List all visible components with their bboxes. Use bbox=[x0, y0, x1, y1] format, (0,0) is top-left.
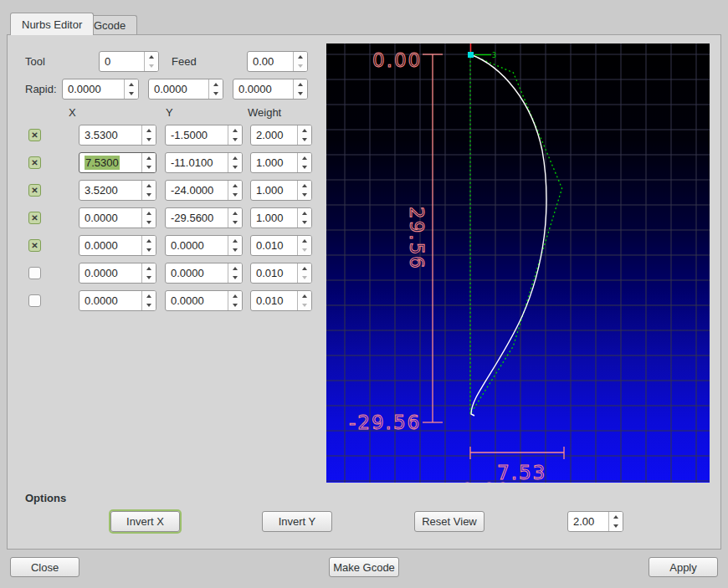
rapid-x-value[interactable]: 0.0000 bbox=[63, 79, 124, 99]
spin-down-icon[interactable] bbox=[228, 218, 242, 228]
point-weight-value[interactable]: 0.010 bbox=[251, 236, 297, 255]
point-weight-spinbox[interactable]: 0.010 bbox=[250, 235, 312, 256]
point-weight-value[interactable]: 0.010 bbox=[251, 263, 297, 283]
point-y-value[interactable]: -11.0100 bbox=[166, 153, 228, 172]
point-y-spinbox[interactable]: 0.0000 bbox=[165, 263, 243, 284]
point-y-spinbox[interactable]: -24.0000 bbox=[165, 180, 243, 201]
spin-up-icon[interactable] bbox=[298, 153, 311, 163]
spin-down-icon[interactable] bbox=[142, 218, 156, 228]
spin-up-icon[interactable] bbox=[298, 291, 311, 301]
point-enabled-checkbox[interactable] bbox=[28, 294, 41, 307]
spin-down-icon[interactable] bbox=[294, 89, 307, 100]
spin-down-icon[interactable] bbox=[228, 135, 242, 146]
point-enabled-checkbox[interactable] bbox=[28, 267, 41, 279]
point-weight-value[interactable]: 1.000 bbox=[251, 181, 297, 200]
spin-down-icon[interactable] bbox=[142, 163, 156, 173]
point-x-spinbox[interactable]: 0.0000 bbox=[79, 235, 156, 256]
point-x-value[interactable]: 7.5300 bbox=[79, 153, 141, 172]
point-weight-value[interactable]: 2.000 bbox=[251, 125, 297, 145]
spin-up-icon[interactable] bbox=[125, 79, 138, 89]
spin-up-icon[interactable] bbox=[298, 263, 311, 274]
zoom-value[interactable]: 2.00 bbox=[568, 512, 608, 531]
spin-up-icon[interactable] bbox=[294, 52, 307, 62]
point-y-value[interactable]: 0.0000 bbox=[166, 291, 228, 310]
point-x-value[interactable]: 0.0000 bbox=[79, 263, 141, 283]
point-y-spinbox[interactable]: -1.5000 bbox=[165, 125, 243, 146]
preview-plot[interactable]: 0.00 29.56 -29.56 7.53 0.00 3 bbox=[326, 43, 710, 483]
point-y-spinbox[interactable]: 0.0000 bbox=[165, 290, 243, 311]
point-x-value[interactable]: 0.0000 bbox=[79, 208, 141, 228]
spin-up-icon[interactable] bbox=[228, 125, 242, 135]
point-y-value[interactable]: 0.0000 bbox=[166, 236, 228, 255]
feed-spinbox[interactable]: 0.00 bbox=[247, 51, 308, 72]
spin-down-icon[interactable] bbox=[125, 89, 138, 100]
rapid-z-value[interactable]: 0.0000 bbox=[233, 79, 293, 99]
point-x-spinbox[interactable]: 0.0000 bbox=[79, 263, 156, 284]
spin-down-icon[interactable] bbox=[142, 274, 156, 284]
spin-up-icon[interactable] bbox=[142, 208, 156, 218]
spin-down-icon[interactable] bbox=[298, 246, 311, 256]
point-y-value[interactable]: -29.5600 bbox=[166, 208, 228, 228]
reset-view-button[interactable]: Reset View bbox=[414, 511, 484, 532]
point-enabled-checkbox[interactable] bbox=[28, 129, 41, 141]
point-weight-value[interactable]: 1.000 bbox=[251, 153, 297, 172]
point-weight-spinbox[interactable]: 1.000 bbox=[250, 180, 312, 201]
point-x-value[interactable]: 0.0000 bbox=[79, 236, 141, 255]
spin-down-icon[interactable] bbox=[298, 163, 311, 173]
spin-down-icon[interactable] bbox=[145, 62, 158, 72]
make-gcode-button[interactable]: Make Gcode bbox=[329, 557, 399, 577]
spin-up-icon[interactable] bbox=[209, 79, 223, 89]
rapid-y-spinbox[interactable]: 0.0000 bbox=[148, 79, 223, 100]
spin-up-icon[interactable] bbox=[142, 181, 156, 191]
spin-down-icon[interactable] bbox=[142, 301, 156, 311]
point-weight-value[interactable]: 0.010 bbox=[251, 291, 297, 310]
spin-down-icon[interactable] bbox=[298, 274, 311, 284]
point-weight-spinbox[interactable]: 1.000 bbox=[250, 152, 312, 173]
point-weight-spinbox[interactable]: 0.010 bbox=[250, 263, 312, 284]
point-x-value[interactable]: 3.5200 bbox=[79, 181, 141, 200]
spin-up-icon[interactable] bbox=[142, 125, 156, 135]
spin-up-icon[interactable] bbox=[142, 291, 156, 301]
spin-up-icon[interactable] bbox=[298, 125, 311, 135]
zoom-spinbox[interactable]: 2.00 bbox=[567, 511, 623, 532]
spin-up-icon[interactable] bbox=[609, 512, 623, 522]
spin-up-icon[interactable] bbox=[228, 236, 242, 246]
spin-up-icon[interactable] bbox=[228, 181, 242, 191]
spin-up-icon[interactable] bbox=[145, 52, 158, 62]
point-x-spinbox[interactable]: 3.5300 bbox=[79, 125, 156, 146]
point-x-spinbox[interactable]: 0.0000 bbox=[79, 290, 156, 311]
point-x-value[interactable]: 3.5300 bbox=[79, 125, 141, 145]
point-x-spinbox[interactable]: 7.5300 bbox=[79, 152, 156, 173]
point-y-value[interactable]: -24.0000 bbox=[166, 181, 228, 200]
point-weight-spinbox[interactable]: 0.010 bbox=[250, 290, 312, 311]
spin-down-icon[interactable] bbox=[298, 218, 311, 228]
point-x-spinbox[interactable]: 3.5200 bbox=[79, 180, 156, 201]
spin-up-icon[interactable] bbox=[294, 79, 307, 89]
spin-down-icon[interactable] bbox=[298, 135, 311, 146]
close-button[interactable]: Close bbox=[10, 557, 79, 577]
point-y-spinbox[interactable]: -11.0100 bbox=[165, 152, 243, 173]
spin-down-icon[interactable] bbox=[228, 301, 242, 311]
point-y-value[interactable]: 0.0000 bbox=[166, 263, 228, 283]
spin-up-icon[interactable] bbox=[142, 263, 156, 274]
spin-down-icon[interactable] bbox=[228, 191, 242, 201]
point-y-value[interactable]: -1.5000 bbox=[166, 125, 228, 145]
point-enabled-checkbox[interactable] bbox=[28, 239, 41, 252]
spin-up-icon[interactable] bbox=[298, 208, 311, 218]
point-weight-value[interactable]: 1.000 bbox=[251, 208, 297, 228]
spin-up-icon[interactable] bbox=[228, 263, 242, 274]
tab-nurbs-editor[interactable]: Nurbs Editor bbox=[10, 13, 94, 35]
start-point-marker[interactable] bbox=[468, 52, 474, 58]
spin-down-icon[interactable] bbox=[209, 89, 223, 100]
spin-up-icon[interactable] bbox=[228, 208, 242, 218]
spin-up-icon[interactable] bbox=[142, 153, 156, 163]
spin-down-icon[interactable] bbox=[298, 191, 311, 201]
spin-up-icon[interactable] bbox=[228, 153, 242, 163]
apply-button[interactable]: Apply bbox=[649, 557, 718, 577]
point-x-value[interactable]: 0.0000 bbox=[79, 291, 141, 310]
rapid-x-spinbox[interactable]: 0.0000 bbox=[62, 79, 139, 100]
point-enabled-checkbox[interactable] bbox=[28, 184, 41, 197]
tool-spinbox[interactable]: 0 bbox=[99, 51, 159, 72]
spin-down-icon[interactable] bbox=[228, 246, 242, 256]
spin-down-icon[interactable] bbox=[228, 274, 242, 284]
